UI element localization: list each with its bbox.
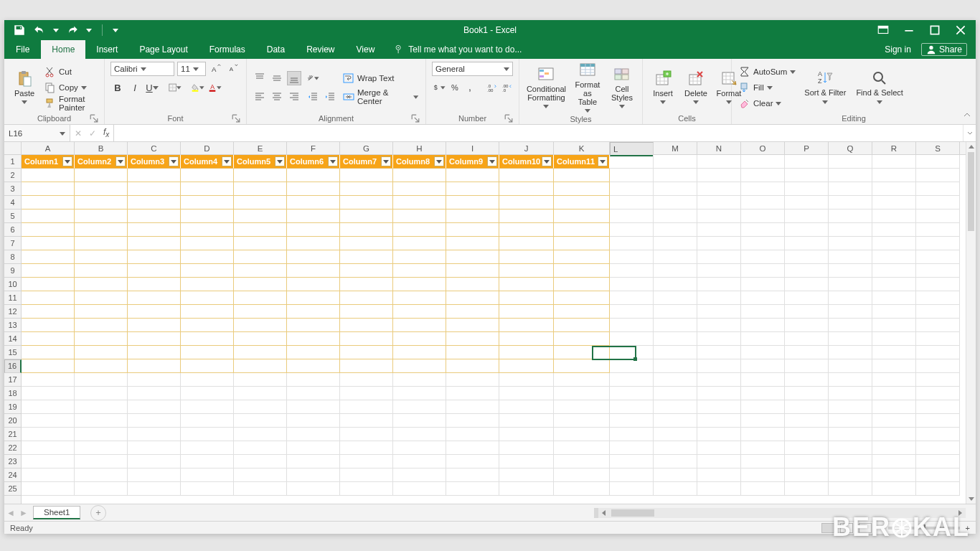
cell[interactable] [499, 468, 554, 482]
cell[interactable] [610, 182, 654, 196]
italic-button[interactable]: I [128, 80, 142, 95]
cell[interactable] [181, 169, 234, 182]
decrease-indent-icon[interactable] [306, 90, 320, 104]
cell[interactable] [234, 319, 287, 332]
cell[interactable] [785, 305, 829, 319]
cell[interactable] [697, 182, 741, 196]
cell[interactable] [697, 237, 741, 250]
row-header[interactable]: 3 [4, 182, 21, 196]
cell[interactable] [499, 319, 554, 332]
cell[interactable] [128, 237, 181, 250]
cell[interactable] [287, 414, 340, 428]
cell[interactable] [393, 455, 446, 468]
redo-icon[interactable] [66, 24, 79, 37]
cell[interactable] [741, 441, 785, 455]
cell[interactable] [22, 400, 75, 414]
cell[interactable] [697, 250, 741, 264]
cell[interactable] [872, 373, 916, 387]
cell[interactable] [916, 455, 960, 468]
cell[interactable] [916, 332, 960, 346]
cell[interactable] [872, 359, 916, 373]
save-icon[interactable] [13, 24, 26, 37]
cell[interactable] [610, 169, 654, 182]
cell[interactable] [499, 223, 554, 237]
cell[interactable] [741, 278, 785, 291]
cell[interactable] [75, 223, 128, 237]
worksheet-grid[interactable]: ABCDEFGHIJKLMNOPQRS 12345678910111213141… [4, 142, 976, 504]
font-color-button[interactable]: A [208, 80, 222, 95]
cell[interactable] [22, 455, 75, 468]
cell[interactable] [785, 264, 829, 278]
cell[interactable] [916, 278, 960, 291]
cell[interactable] [610, 482, 654, 496]
cell[interactable] [785, 400, 829, 414]
cell[interactable] [393, 359, 446, 373]
cell[interactable] [128, 414, 181, 428]
cell[interactable] [610, 291, 654, 305]
cell[interactable] [446, 319, 499, 332]
cell[interactable] [872, 441, 916, 455]
cell[interactable] [499, 182, 554, 196]
cell[interactable] [610, 264, 654, 278]
cell[interactable] [340, 196, 393, 209]
cell[interactable] [234, 196, 287, 209]
paste-button[interactable]: Paste [10, 70, 39, 105]
cell[interactable] [554, 209, 610, 223]
cell[interactable] [697, 387, 741, 400]
cell[interactable] [446, 428, 499, 441]
cell[interactable] [340, 223, 393, 237]
cell[interactable] [22, 223, 75, 237]
cell[interactable] [741, 346, 785, 359]
cell[interactable] [446, 373, 499, 387]
tab-view[interactable]: View [346, 40, 386, 59]
column-header[interactable]: K [554, 142, 610, 154]
cell[interactable] [75, 400, 128, 414]
cell[interactable] [697, 400, 741, 414]
cell[interactable] [654, 237, 697, 250]
cell[interactable] [829, 359, 872, 373]
column-header[interactable]: F [287, 142, 340, 154]
cell[interactable] [340, 237, 393, 250]
cell[interactable] [446, 291, 499, 305]
cell[interactable] [22, 209, 75, 223]
cell[interactable] [22, 373, 75, 387]
cell[interactable] [610, 319, 654, 332]
cell[interactable] [916, 428, 960, 441]
cell[interactable] [287, 223, 340, 237]
cell[interactable] [829, 209, 872, 223]
increase-indent-icon[interactable] [323, 90, 337, 104]
cell[interactable] [872, 278, 916, 291]
find-select-button[interactable]: Find & Select [853, 70, 905, 104]
cell[interactable] [287, 291, 340, 305]
cell[interactable] [697, 346, 741, 359]
cell[interactable] [741, 196, 785, 209]
cell[interactable] [610, 468, 654, 482]
sign-in-link[interactable]: Sign in [885, 44, 911, 55]
cell[interactable] [234, 359, 287, 373]
cell[interactable] [393, 291, 446, 305]
cell[interactable] [75, 264, 128, 278]
sheet-tab[interactable]: Sheet1 [33, 506, 80, 519]
cell[interactable] [741, 455, 785, 468]
cell[interactable] [446, 264, 499, 278]
cell[interactable] [654, 400, 697, 414]
cell[interactable] [22, 428, 75, 441]
cell[interactable] [610, 305, 654, 319]
scroll-down-icon[interactable] [966, 494, 976, 504]
cell[interactable] [340, 209, 393, 223]
cell[interactable] [741, 332, 785, 346]
cell[interactable] [829, 414, 872, 428]
cell[interactable] [75, 182, 128, 196]
redo-dropdown-icon[interactable] [86, 27, 92, 33]
cell[interactable] [610, 209, 654, 223]
cell[interactable]: Column5 [234, 155, 287, 169]
cell[interactable] [75, 250, 128, 264]
cell[interactable] [554, 250, 610, 264]
cell[interactable] [128, 482, 181, 496]
zoom-slider[interactable] [888, 527, 960, 529]
cell[interactable] [446, 182, 499, 196]
cell[interactable] [393, 209, 446, 223]
cell[interactable] [181, 223, 234, 237]
minimize-icon[interactable] [903, 24, 915, 37]
cell[interactable] [499, 250, 554, 264]
